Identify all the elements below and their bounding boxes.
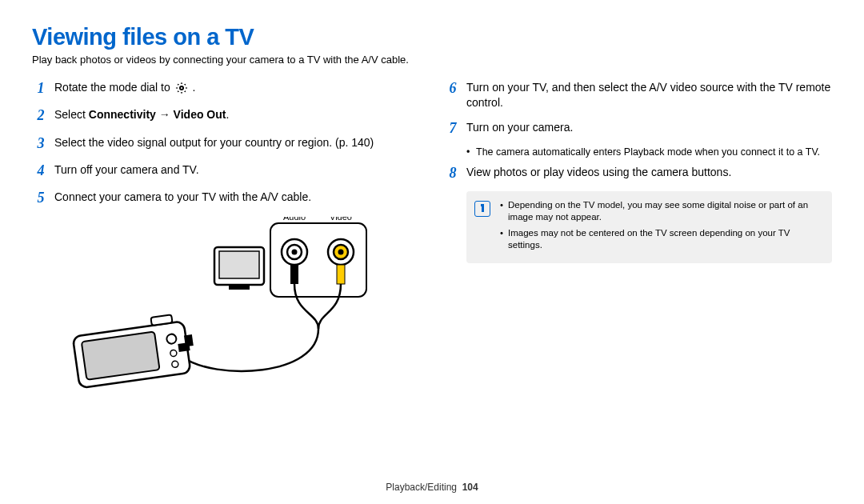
svg-point-1	[181, 87, 182, 89]
step-text: Rotate the mode dial to	[54, 81, 174, 94]
note-item: Images may not be centered on the TV scr…	[500, 227, 821, 252]
step-number: 7	[444, 118, 462, 138]
step-1: 1 Rotate the mode dial to .	[32, 78, 420, 98]
note-box: Depending on the TV model, you may see s…	[466, 191, 832, 263]
page-footer: Playback/Editing 104	[0, 482, 864, 493]
step-6: 6 Turn on your TV, and then select the A…	[444, 78, 832, 110]
step-text: Select the video signal output for your …	[54, 134, 420, 150]
step-bold: Connectivity → Video Out	[89, 108, 226, 121]
step-2: 2 Select Connectivity → Video Out.	[32, 106, 420, 125]
step-text: Turn on your camera.	[466, 118, 832, 135]
step-3: 3 Select the video signal output for you…	[32, 134, 420, 153]
av-cable-diagram: Audio Video	[54, 217, 390, 401]
svg-point-5	[292, 250, 298, 255]
step-number: 8	[444, 163, 462, 182]
page-title: Viewing files on a TV	[32, 24, 832, 50]
page-subtitle: Play back photos or videos by connecting…	[32, 54, 832, 66]
step-text: Connect your camera to your TV with the …	[54, 188, 420, 205]
footer-section: Playback/Editing	[386, 482, 457, 493]
step-number: 3	[32, 134, 50, 153]
note-icon	[474, 201, 490, 217]
step-number: 1	[32, 78, 50, 98]
svg-rect-10	[337, 265, 345, 284]
svg-rect-6	[290, 265, 298, 284]
step-7: 7 Turn on your camera.	[444, 118, 832, 138]
step-number: 5	[32, 188, 50, 207]
left-column: 1 Rotate the mode dial to . 2 Select Con…	[32, 78, 420, 401]
svg-rect-21	[178, 343, 190, 353]
step-number: 6	[444, 78, 462, 98]
step-text: Select	[54, 108, 89, 121]
video-label: Video	[330, 217, 352, 222]
step-text: View photos or play videos using the cam…	[466, 163, 832, 180]
svg-rect-13	[229, 285, 250, 290]
step-4: 4 Turn off your camera and TV.	[32, 161, 420, 180]
audio-label: Audio	[283, 217, 306, 222]
step-5: 5 Connect your camera to your TV with th…	[32, 188, 420, 207]
svg-rect-12	[219, 251, 259, 278]
step-text-suffix: .	[193, 81, 196, 94]
step-text: Turn on your TV, and then select the A/V…	[466, 78, 832, 110]
step-text: Turn off your camera and TV.	[54, 161, 420, 178]
right-column: 6 Turn on your TV, and then select the A…	[444, 78, 832, 401]
step-sub-bullet: The camera automatically enters Playback…	[466, 146, 832, 158]
mode-dial-icon	[175, 82, 188, 94]
footer-page-number: 104	[462, 482, 478, 493]
svg-point-9	[338, 250, 344, 255]
step-number: 4	[32, 161, 50, 180]
step-number: 2	[32, 106, 50, 125]
step-text-suffix: .	[226, 108, 229, 121]
step-8: 8 View photos or play videos using the c…	[444, 163, 832, 182]
note-item: Depending on the TV model, you may see s…	[500, 199, 821, 224]
